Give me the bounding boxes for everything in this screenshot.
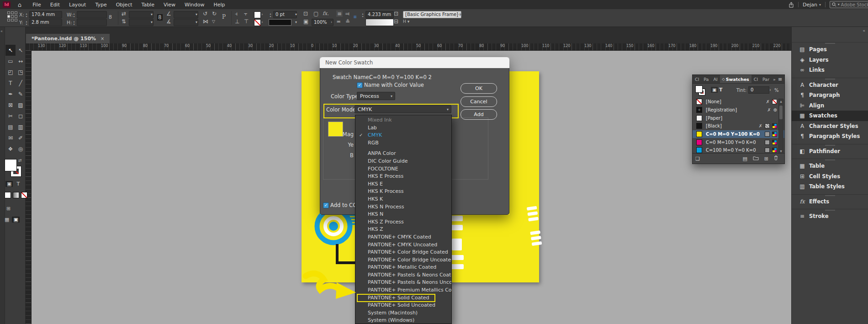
- dock-item-pathfinder[interactable]: ◧Pathfinder: [792, 146, 868, 157]
- scroll-down-icon[interactable]: ▼: [779, 149, 783, 153]
- vertical-ruler[interactable]: [25, 50, 32, 324]
- swatch-row-none[interactable]: [None]✗: [693, 98, 784, 106]
- h-value-field[interactable]: [77, 19, 107, 26]
- show-swatch-kinds-icon[interactable]: ❏: [695, 156, 700, 162]
- scroll-up-icon[interactable]: ▲: [779, 100, 783, 103]
- reference-point-proxy[interactable]: [7, 11, 18, 22]
- search-input[interactable]: ▾ Adobe Stock: [830, 1, 868, 8]
- color-mode-option-pantone-pastels-neons-coated[interactable]: PANTONE+ Pastels & Neons Coated: [355, 271, 451, 279]
- menu-object[interactable]: Object: [111, 1, 137, 9]
- color-mode-option-hks-e-process[interactable]: HKS E Process: [355, 173, 451, 181]
- dock-item-character-styles[interactable]: ACharacter Styles: [792, 121, 868, 132]
- menu-edit[interactable]: Edit: [46, 1, 64, 9]
- color-mode-option-pantone-solid-uncoated[interactable]: PANTONE+ Solid Uncoated: [355, 302, 451, 309]
- stroke-weight-stepper[interactable]: ▴▾: [269, 12, 272, 18]
- scale-x-chevron-icon[interactable]: ▾: [151, 11, 153, 18]
- line-tool[interactable]: ╱: [16, 78, 26, 89]
- color-mode-option-pantone-color-bridge-uncoated[interactable]: PANTONE+ Color Bridge Uncoated: [355, 256, 451, 264]
- scale-y-field[interactable]: [129, 19, 153, 26]
- apply-gradient-icon[interactable]: [13, 192, 19, 198]
- free-transform-tool[interactable]: ◻: [16, 111, 26, 122]
- content-placer-tool[interactable]: ◳: [16, 67, 26, 78]
- gradient-field[interactable]: [365, 19, 394, 26]
- color-mode-option-pantone-premium-metallics-coated[interactable]: PANTONE+ Premium Metallics Coated: [355, 287, 451, 294]
- frame-tool[interactable]: ⊠: [5, 100, 16, 111]
- color-mode-option-pantone-cmyk-uncoated[interactable]: PANTONE+ CMYK Uncoated: [355, 241, 451, 249]
- swatch-name-value[interactable]: C=0 M=0 Y=100 K=0 2: [369, 74, 432, 80]
- panel-tab-cl[interactable]: Cl: [693, 75, 701, 83]
- select-container-icon[interactable]: ⫞: [235, 11, 238, 17]
- color-mode-option-dic-color-guide[interactable]: DIC Color Guide: [355, 158, 451, 165]
- pen-tool[interactable]: ✒: [5, 89, 16, 100]
- fill-expand-icon[interactable]: ›: [261, 11, 263, 17]
- flip-icon[interactable]: ⋈: [203, 18, 208, 25]
- tint-expand-icon[interactable]: ›: [769, 87, 771, 92]
- reference-point-dot[interactable]: [15, 19, 17, 21]
- auto-fit-icon[interactable]: ⊟: [394, 18, 398, 25]
- color-mode-option-hks-z[interactable]: HKS Z: [355, 226, 451, 234]
- new-swatch-icon[interactable]: ⊞: [764, 156, 768, 162]
- h-stepper[interactable]: ▴▾: [72, 20, 76, 26]
- reference-point-dot[interactable]: [7, 11, 10, 14]
- hand-tool[interactable]: ❖: [5, 143, 16, 154]
- scrollbar[interactable]: ▲ ▼: [778, 99, 783, 154]
- shear-angle-field[interactable]: [174, 19, 198, 26]
- color-mode-option-system-macintosh[interactable]: System (Macintosh): [355, 309, 451, 317]
- pencil-tool[interactable]: ✎: [16, 89, 26, 100]
- document-tab[interactable]: *Pantone.indd @ 150% ×: [26, 34, 110, 43]
- shear-chevron-icon[interactable]: ▾: [196, 19, 197, 26]
- opacity-chevron-icon[interactable]: ›: [331, 19, 332, 26]
- y-value-field[interactable]: 2.8 mm: [29, 19, 62, 26]
- scrollbar-thumb[interactable]: [779, 106, 783, 119]
- apply-none-icon[interactable]: [21, 192, 27, 198]
- dock-item-align[interactable]: ⊫Align: [792, 101, 868, 111]
- dock-item-character[interactable]: ACharacter: [792, 80, 868, 90]
- menu-type[interactable]: Type: [90, 1, 111, 9]
- color-mode-option-anpa-color[interactable]: ANPA Color: [355, 150, 451, 158]
- select-content-icon[interactable]: ⫟: [244, 11, 247, 17]
- fill-color-proxy[interactable]: [5, 159, 17, 171]
- panel-tab-swatches[interactable]: ◇Swatches: [720, 75, 752, 83]
- menu-window[interactable]: Window: [180, 1, 209, 9]
- home-icon[interactable]: ⌂: [18, 1, 21, 8]
- color-mode-option-lab[interactable]: Lab: [355, 124, 451, 132]
- reference-point-dot[interactable]: [11, 19, 14, 21]
- reference-point-dot[interactable]: [15, 11, 17, 14]
- stroke-style-chevron-icon[interactable]: ▾: [295, 19, 297, 26]
- dock-item-swatches[interactable]: ▦Swatches: [792, 111, 868, 121]
- color-mode-option-hks-n[interactable]: HKS N: [355, 211, 451, 218]
- align-top-icon[interactable]: ≖: [336, 18, 341, 25]
- indesign-logo[interactable]: Id: [3, 1, 11, 8]
- view-options-icon[interactable]: ⊞: [6, 206, 11, 212]
- gap-tool[interactable]: ↔: [16, 56, 26, 67]
- color-mode-option-rgb[interactable]: RGB: [355, 139, 451, 147]
- panel-tab-par[interactable]: Par: [760, 75, 772, 83]
- expand-dock-icon[interactable]: «: [863, 28, 865, 33]
- color-mode-option-hks-k[interactable]: HKS K: [355, 196, 451, 203]
- select-next-icon[interactable]: ⊤: [244, 18, 249, 25]
- select-previous-icon[interactable]: ⊥: [235, 18, 239, 25]
- color-mode-option-cmyk[interactable]: ✓CMYK: [355, 132, 451, 139]
- selection-tool[interactable]: ↖: [5, 45, 16, 56]
- panel-tab-cl[interactable]: Cl: [752, 75, 760, 83]
- color-mode-option-system-windows[interactable]: System (Windows): [355, 317, 451, 324]
- color-mode-option-pantone-solid-coated[interactable]: PANTONE+ Solid Coated: [355, 294, 451, 302]
- color-mode-option-pantone-cmyk-coated[interactable]: PANTONE+ CMYK Coated: [355, 234, 451, 241]
- swatch-row-c-0-m-0-y-100-k-0[interactable]: C=0 M=0 Y=100 K=0: [693, 130, 784, 138]
- color-mode-select[interactable]: CMYK ▾: [355, 105, 451, 113]
- swatch-row-registration[interactable]: +[Registration]✗⊕: [693, 106, 784, 114]
- dock-item-cell-styles[interactable]: ⊞Cell Styles: [792, 171, 868, 182]
- reference-point-dot[interactable]: [7, 15, 10, 18]
- rotate-ccw-icon[interactable]: ↺: [203, 11, 207, 17]
- constrain-proportions-icon[interactable]: 8: [109, 14, 112, 21]
- link-scale-icon[interactable]: 8: [157, 14, 163, 21]
- dialog-titlebar[interactable]: New Color Swatch: [320, 57, 509, 68]
- corner-shape-icon[interactable]: ▢: [313, 11, 318, 17]
- corner-size-field[interactable]: 4.233 mm: [365, 11, 394, 18]
- color-type-select[interactable]: Process ▾: [357, 92, 395, 100]
- stroke-weight-chevron-icon[interactable]: ▾: [295, 11, 297, 18]
- direct-selection-tool[interactable]: ↖: [16, 45, 26, 56]
- color-mode-option-pantone-metallic-coated[interactable]: PANTONE+ Metallic Coated: [355, 264, 451, 271]
- add-to-cc-checkbox[interactable]: ✓: [323, 202, 329, 208]
- rectangle-tool[interactable]: ▨: [16, 100, 26, 111]
